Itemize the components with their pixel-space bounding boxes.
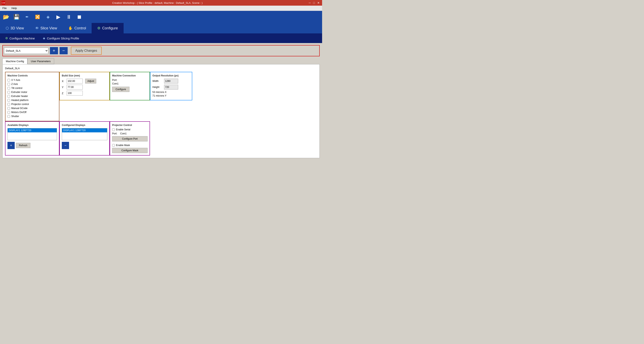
xy-axis-label: X Y Axis bbox=[11, 79, 20, 81]
projector-control-label: Projector control bbox=[11, 103, 29, 106]
available-displays-title: Available Displays bbox=[8, 124, 57, 127]
subtab-configure-slicing[interactable]: ◈ Configure Slicing Profile bbox=[39, 35, 83, 41]
shutter-control: Shutter bbox=[8, 115, 57, 118]
remove-machine-button[interactable]: − bbox=[60, 47, 68, 54]
available-display-item[interactable]: DISPLAY1 1280*720 bbox=[8, 128, 57, 132]
app-icon: CW bbox=[2, 1, 5, 5]
enable-mask-label: Enable Mask bbox=[116, 144, 130, 147]
pause-button[interactable]: ⏸ bbox=[65, 13, 73, 21]
heated-platform-label: Heated platform bbox=[11, 99, 28, 102]
apply-changes-button[interactable]: Apply Changes bbox=[71, 47, 102, 55]
toolbar: 📂 💾 ✒ 🔀 ◈ ▶ ⏸ ⏹ bbox=[0, 11, 322, 23]
enable-mask-checkbox[interactable] bbox=[112, 144, 115, 147]
tab-3dview[interactable]: ⬡ 3D View bbox=[0, 23, 30, 33]
configure-port-button[interactable]: Configure Port bbox=[112, 136, 148, 141]
machine-controls-section: Machine Controls X Y Axis Z Axis Tilt co… bbox=[5, 72, 60, 121]
tilt-label: Tilt control bbox=[11, 87, 22, 89]
height-input[interactable] bbox=[164, 85, 178, 89]
configured-display-item[interactable]: DISPLAY1 1280*720 bbox=[62, 128, 107, 132]
motors-onoff-checkbox[interactable] bbox=[8, 111, 10, 114]
configured-displays-actions: − bbox=[62, 142, 107, 149]
menu-help[interactable]: Help bbox=[11, 6, 18, 10]
folder-icon: 📂 bbox=[3, 14, 9, 20]
minimize-button[interactable]: ─ bbox=[308, 1, 312, 4]
port-label: Port: bbox=[112, 79, 148, 81]
config-tab-machine[interactable]: Machine Config bbox=[2, 58, 28, 64]
x-label: X bbox=[62, 80, 65, 83]
machine-select[interactable]: Default_SLA bbox=[4, 47, 48, 54]
port-value: Com1 bbox=[112, 82, 148, 85]
x-field-row: X Adjust bbox=[62, 79, 107, 83]
width-label: Width bbox=[152, 80, 162, 82]
z-axis-checkbox[interactable] bbox=[8, 83, 10, 85]
configure-label: Configure bbox=[102, 26, 118, 30]
extruder-heater-label: Extruder heater bbox=[11, 95, 28, 98]
control-label: Control bbox=[74, 26, 86, 30]
sliceview-label: Slice View bbox=[40, 26, 57, 30]
projector-control-checkbox[interactable] bbox=[8, 103, 10, 106]
configure-slicing-icon: ◈ bbox=[43, 36, 45, 40]
extruder-motor-control: Extruder motor bbox=[8, 91, 57, 93]
shutter-checkbox[interactable] bbox=[8, 115, 10, 118]
manual-gcode-checkbox[interactable] bbox=[8, 107, 10, 110]
heated-platform-checkbox[interactable] bbox=[8, 99, 10, 102]
stop-icon: ⏹ bbox=[77, 14, 82, 20]
extruder-motor-label: Extruder motor bbox=[11, 91, 27, 93]
manual-gcode-control: Manual GCode bbox=[8, 107, 57, 110]
tilt-checkbox[interactable] bbox=[8, 87, 10, 89]
adjust-button[interactable]: Adjust bbox=[85, 79, 96, 83]
open-button[interactable]: 📂 bbox=[2, 13, 10, 21]
config-grid: Build Size (mm) X Adjust Y Z Machine Con… bbox=[5, 72, 317, 155]
add-machine-button[interactable]: + bbox=[50, 47, 58, 54]
x-input[interactable] bbox=[67, 79, 83, 83]
z-label: Z bbox=[62, 92, 65, 95]
shutter-label: Shutter bbox=[11, 115, 19, 118]
z-input[interactable] bbox=[67, 91, 83, 95]
refresh-button[interactable]: Refresh bbox=[16, 143, 30, 148]
slice-button[interactable]: ◈ bbox=[44, 13, 52, 21]
eyedropper-button[interactable]: ✒ bbox=[23, 13, 31, 21]
projector-control-control: Projector control bbox=[8, 103, 57, 106]
extruder-motor-checkbox[interactable] bbox=[8, 91, 10, 93]
needle-button[interactable]: 🔀 bbox=[34, 13, 42, 21]
main-tabs: ⬡ 3D View 👁 Slice View ✋ Control ⚙ Confi… bbox=[0, 23, 322, 33]
projector-control-title: Projector Control bbox=[112, 124, 148, 127]
xy-axis-checkbox[interactable] bbox=[8, 79, 10, 81]
add-display-button[interactable]: + bbox=[8, 142, 15, 149]
subtab-configure-machine[interactable]: ⚙ Configure Machine bbox=[2, 35, 38, 41]
output-resolution-title: Output Resolution (px) bbox=[152, 74, 190, 77]
play-button[interactable]: ▶ bbox=[54, 13, 62, 21]
build-size-title: Build Size (mm) bbox=[62, 74, 107, 77]
tab-configure[interactable]: ⚙ Configure bbox=[92, 23, 124, 33]
save-button[interactable]: 💾 bbox=[12, 13, 20, 21]
control-icon: ✋ bbox=[68, 26, 73, 30]
build-size-section: Build Size (mm) X Adjust Y Z bbox=[60, 72, 110, 100]
y-input[interactable] bbox=[67, 85, 83, 89]
manual-gcode-label: Manual GCode bbox=[11, 107, 28, 110]
tab-sliceview[interactable]: 👁 Slice View bbox=[30, 23, 63, 33]
stop-button[interactable]: ⏹ bbox=[75, 13, 83, 21]
close-button[interactable]: ✕ bbox=[316, 1, 320, 4]
menu-file[interactable]: File bbox=[2, 6, 8, 10]
config-panel-title: Default_SLA bbox=[5, 67, 317, 70]
3dview-icon: ⬡ bbox=[6, 26, 9, 30]
xy-axis-control: X Y Axis bbox=[8, 79, 57, 81]
projector-control-section: Projector Control Enable Serial Port: Co… bbox=[110, 121, 150, 155]
configured-displays-list[interactable]: DISPLAY1 1280*720 bbox=[62, 128, 107, 140]
maximize-button[interactable]: □ bbox=[312, 1, 316, 4]
remove-display-button[interactable]: − bbox=[62, 142, 69, 149]
y-label: Y bbox=[62, 86, 65, 89]
z-axis-control: Z Axis bbox=[8, 83, 57, 85]
config-tab-user-params[interactable]: User Parameters bbox=[28, 58, 54, 64]
heated-platform-control: Heated platform bbox=[8, 99, 57, 102]
title-bar: CW Creation Workshop - ( Slice Profile :… bbox=[0, 0, 322, 6]
motors-onoff-label: Motors On/Off bbox=[11, 111, 26, 114]
available-displays-list[interactable]: DISPLAY1 1280*720 bbox=[8, 128, 57, 140]
tab-control[interactable]: ✋ Control bbox=[62, 23, 92, 33]
configure-mask-button[interactable]: Configure Mask bbox=[112, 148, 148, 153]
z-field-row: Z bbox=[62, 91, 107, 95]
extruder-heater-checkbox[interactable] bbox=[8, 95, 10, 98]
connection-configure-button[interactable]: Configure bbox=[112, 87, 130, 92]
enable-serial-checkbox[interactable] bbox=[112, 128, 115, 131]
width-input[interactable] bbox=[164, 79, 178, 83]
